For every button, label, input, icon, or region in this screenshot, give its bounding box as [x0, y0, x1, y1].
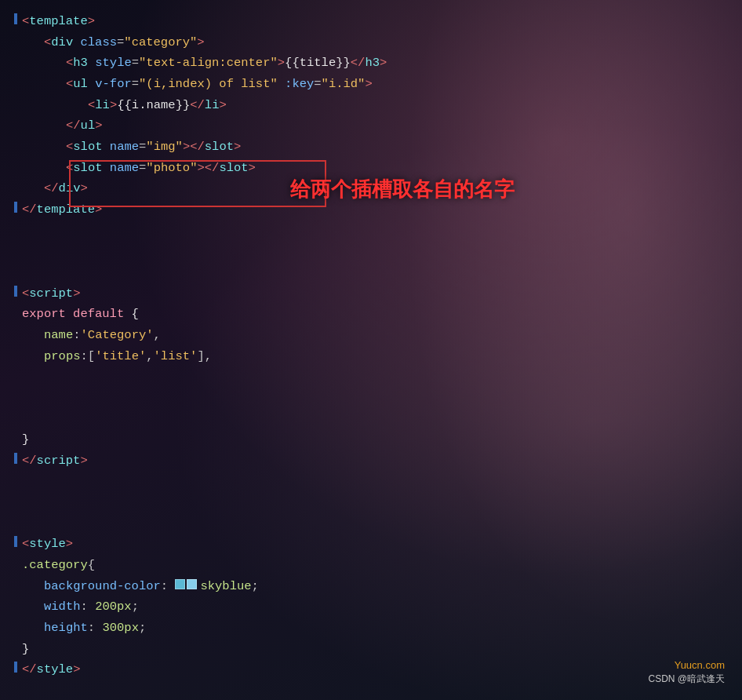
watermark: Yuucn.com CSDN @暗武逢天	[648, 659, 725, 686]
line-indicator	[14, 306, 17, 317]
code-line-5: <li> {{i.name}} </li>	[14, 95, 742, 116]
code-line-width: width : 200px ;	[14, 596, 742, 618]
keyword-template: template	[29, 11, 87, 32]
code-line-blank2	[14, 366, 742, 429]
line-indicator	[14, 599, 17, 610]
code-line-height: height : 300px ;	[14, 618, 742, 639]
tag-open: <	[22, 11, 29, 32]
line-indicator	[14, 202, 17, 213]
code-line-3: <h3 style="text-align:center" > {{title}…	[14, 53, 742, 74]
line-indicator	[14, 55, 17, 66]
line-indicator	[14, 180, 17, 191]
line-indicator	[14, 160, 17, 171]
code-line-6: </ul>	[14, 115, 742, 137]
code-line-close-brace1: }	[14, 429, 742, 450]
watermark-yuucn: Yuucn.com	[648, 659, 725, 671]
line-indicator	[14, 662, 17, 673]
code-line-bg-color: background-color : skyblue ;	[14, 576, 742, 597]
color-swatch-1	[175, 579, 185, 589]
code-line-slot-img: <slot name="img" ></slot>	[14, 137, 742, 158]
line-indicator	[14, 432, 17, 443]
line-indicator	[14, 641, 17, 652]
code-line-script-open: <script>	[14, 283, 742, 304]
line-indicator	[14, 578, 17, 589]
line-indicator	[14, 557, 17, 568]
code-line-close-brace2: }	[14, 639, 742, 660]
line-indicator	[14, 139, 17, 150]
line-indicator	[14, 286, 17, 297]
code-line-style-open: <style>	[14, 534, 742, 555]
code-container: <template> <div class="category" > <h3 s…	[0, 0, 742, 700]
watermark-csdn: CSDN @暗武逢天	[648, 673, 725, 686]
code-line-css-class: .category {	[14, 555, 742, 576]
line-indicator	[14, 35, 17, 46]
line-indicator	[14, 118, 17, 129]
code-line-4: <ul v-for="(i,index) of list" :key="i.id…	[14, 74, 742, 95]
code-line-2: <div class="category" >	[14, 32, 742, 53]
code-line-export: export default {	[14, 304, 742, 325]
line-indicator	[14, 76, 17, 87]
color-swatch-2	[187, 579, 197, 589]
code-line-name-prop: name : 'Category' ,	[14, 325, 742, 346]
line-indicator	[14, 13, 17, 24]
line-indicator	[14, 453, 17, 464]
code-line-props-prop: props :[ 'title' , 'list' ],	[14, 346, 742, 367]
code-line-blank1	[14, 221, 742, 283]
line-indicator	[14, 223, 17, 234]
code-line-blank3	[14, 471, 742, 534]
code-line-style-close: </style>	[14, 659, 742, 680]
line-indicator	[14, 473, 17, 484]
line-indicator	[14, 369, 17, 380]
line-indicator	[14, 620, 17, 631]
line-indicator	[14, 348, 17, 359]
annotation-text: 给两个插槽取各自的名字	[290, 176, 515, 203]
line-indicator	[14, 97, 17, 108]
line-indicator	[14, 327, 17, 338]
line-indicator	[14, 536, 17, 547]
code-line-1: <template>	[14, 11, 742, 32]
code-line-script-close: </script>	[14, 450, 742, 472]
